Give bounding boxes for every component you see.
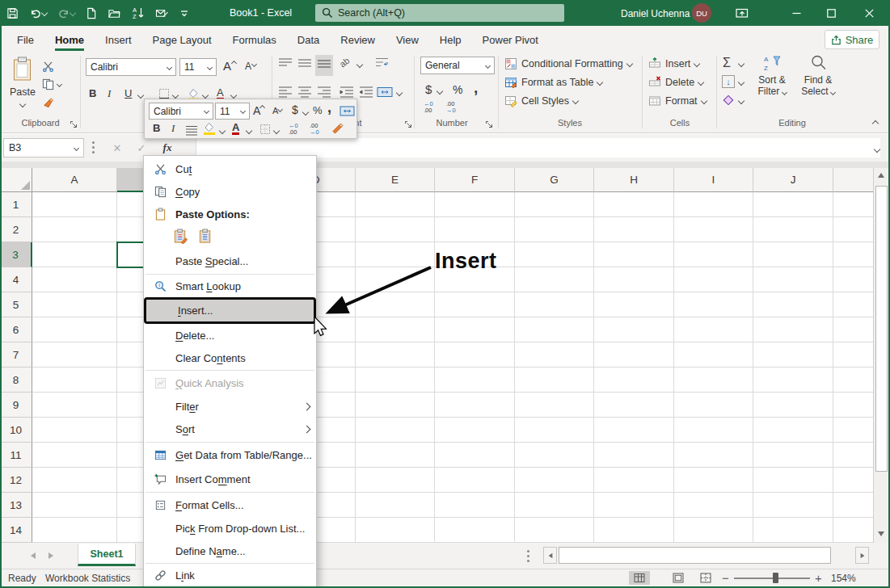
cell[interactable] xyxy=(435,518,515,543)
context-menu-item-link[interactable]: Link xyxy=(144,564,316,586)
horizontal-scroll-thumb[interactable] xyxy=(559,547,831,564)
row-header[interactable]: 12 xyxy=(0,468,32,493)
hscroll-right-button[interactable] xyxy=(855,547,869,564)
row-header[interactable]: 14 xyxy=(0,518,32,543)
cell[interactable] xyxy=(674,468,753,493)
cell[interactable] xyxy=(32,217,117,242)
cell[interactable] xyxy=(594,368,674,393)
cell[interactable] xyxy=(32,292,117,317)
cell[interactable] xyxy=(32,342,117,368)
paste-keep-source-formatting-icon[interactable] xyxy=(173,229,188,247)
cell[interactable] xyxy=(515,292,594,317)
share-button[interactable]: Share xyxy=(825,30,879,49)
cell[interactable] xyxy=(674,493,753,518)
mini-italic-button[interactable]: I xyxy=(171,122,175,135)
font-color-dropdown-icon[interactable] xyxy=(230,92,237,99)
cell[interactable] xyxy=(435,368,515,393)
format-cells-button[interactable]: Format xyxy=(648,94,707,107)
italic-button[interactable]: I xyxy=(108,87,111,100)
zoom-out-button[interactable]: − xyxy=(722,571,729,585)
cell[interactable] xyxy=(32,317,117,342)
mini-increase-decimal-button[interactable]: ←0.00 xyxy=(289,123,298,136)
cell[interactable] xyxy=(674,393,753,418)
cell[interactable] xyxy=(674,217,753,242)
scroll-up-icon[interactable] xyxy=(878,173,884,178)
cell[interactable] xyxy=(753,217,833,242)
context-menu-item-copy[interactable]: Copy xyxy=(144,180,316,203)
context-menu-item-define-name[interactable]: Define Name... xyxy=(144,540,316,562)
cell[interactable] xyxy=(515,192,594,217)
cell[interactable] xyxy=(356,518,435,543)
cell[interactable] xyxy=(594,443,674,468)
cell[interactable] xyxy=(594,393,674,418)
cell[interactable] xyxy=(356,443,435,468)
bold-button[interactable]: B xyxy=(89,87,96,99)
cell[interactable] xyxy=(674,292,753,317)
cell[interactable] xyxy=(435,468,515,493)
cell[interactable] xyxy=(833,443,874,468)
merge-dropdown-icon[interactable] xyxy=(396,90,403,96)
increase-indent-icon[interactable] xyxy=(359,86,373,102)
column-header[interactable]: I xyxy=(674,168,753,192)
cell[interactable] xyxy=(674,418,753,443)
save-icon[interactable] xyxy=(6,7,19,19)
cell[interactable] xyxy=(594,267,674,292)
cell[interactable] xyxy=(753,267,833,292)
cell[interactable] xyxy=(833,317,874,342)
cancel-button[interactable]: ✕ xyxy=(107,138,128,158)
cell[interactable] xyxy=(356,292,435,317)
cell[interactable] xyxy=(833,342,874,368)
font-size-combo[interactable]: 11 xyxy=(179,58,217,76)
cell[interactable] xyxy=(594,317,674,342)
tab-file[interactable]: File xyxy=(6,26,44,52)
insert-cells-button[interactable]: Insert xyxy=(648,57,699,70)
cell[interactable] xyxy=(674,267,753,292)
page-layout-view-button[interactable] xyxy=(668,571,689,585)
cell[interactable] xyxy=(594,468,674,493)
cell[interactable] xyxy=(435,342,515,368)
context-menu-item-paste-options[interactable]: Paste Options: xyxy=(144,203,316,225)
workbook-statistics-button[interactable]: Workbook Statistics xyxy=(45,573,130,584)
page-break-view-button[interactable] xyxy=(695,571,716,585)
tab-home[interactable]: Home xyxy=(44,26,95,52)
clear-dropdown-icon[interactable] xyxy=(738,98,744,104)
cell[interactable] xyxy=(515,342,594,368)
cell[interactable] xyxy=(594,418,674,443)
normal-view-button[interactable] xyxy=(629,571,650,585)
row-header[interactable]: 2 xyxy=(0,217,32,242)
zoom-level[interactable]: 154% xyxy=(831,573,856,584)
row-header[interactable]: 6 xyxy=(0,317,32,342)
copy-icon[interactable] xyxy=(42,78,61,90)
row-header[interactable]: 13 xyxy=(0,493,32,518)
cell[interactable] xyxy=(833,192,874,217)
email-icon[interactable] xyxy=(155,7,169,19)
align-middle-icon[interactable] xyxy=(297,57,312,74)
mini-accounting-dropdown-icon[interactable] xyxy=(302,109,309,116)
cell[interactable] xyxy=(833,468,874,493)
cell[interactable] xyxy=(356,342,435,368)
context-menu-item-insert-comment[interactable]: Insert Comment xyxy=(144,467,316,491)
tab-view[interactable]: View xyxy=(386,26,429,52)
cell[interactable] xyxy=(753,418,833,443)
cell[interactable] xyxy=(753,493,833,518)
cell[interactable] xyxy=(435,292,515,317)
open-folder-icon[interactable] xyxy=(108,7,121,19)
cell[interactable] xyxy=(753,443,833,468)
mini-grow-font-button[interactable]: A xyxy=(253,104,264,117)
cut-icon[interactable] xyxy=(42,61,54,76)
cell[interactable] xyxy=(435,393,515,418)
orientation-icon[interactable]: ab xyxy=(338,56,352,69)
fill-dropdown-icon[interactable] xyxy=(738,79,744,86)
paste-button[interactable] xyxy=(11,57,33,85)
context-menu-item-insert[interactable]: Insert... xyxy=(144,297,316,324)
fill-button[interactable]: ↓ xyxy=(722,75,735,88)
cell[interactable] xyxy=(515,217,594,242)
tab-data[interactable]: Data xyxy=(287,26,330,52)
cell[interactable] xyxy=(356,493,435,518)
cell[interactable] xyxy=(674,317,753,342)
cell[interactable] xyxy=(32,267,117,292)
number-dialog-launcher-icon[interactable] xyxy=(485,118,494,127)
cell[interactable] xyxy=(32,242,117,267)
select-all-corner[interactable] xyxy=(0,168,32,192)
tab-review[interactable]: Review xyxy=(330,26,386,52)
